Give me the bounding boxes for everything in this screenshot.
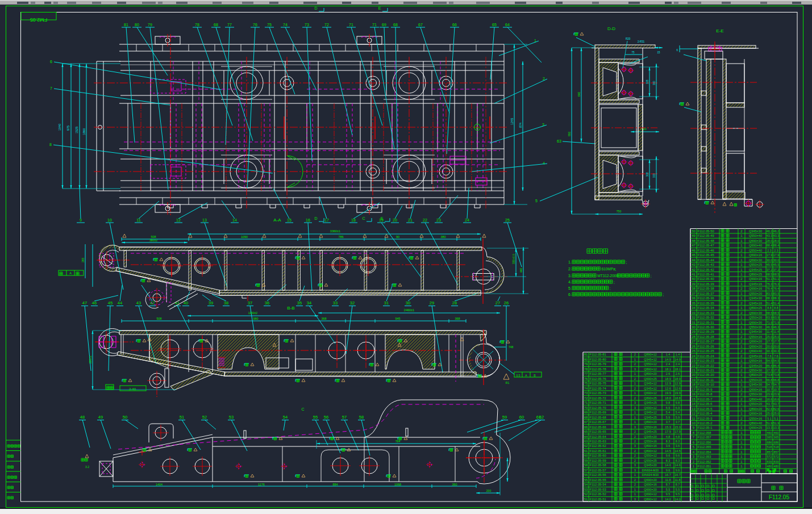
svg-text:365: 365: [767, 436, 772, 439]
svg-text:35: 35: [692, 302, 696, 305]
svg-text:5: 5: [535, 199, 538, 203]
svg-text:46: 46: [692, 249, 696, 252]
svg-text:F112.055: F112.055: [698, 445, 711, 449]
svg-text:72: 72: [324, 23, 329, 27]
svg-text:Q345×30: Q345×30: [749, 330, 762, 333]
svg-text:460: 460: [767, 431, 772, 434]
svg-text:480: 480: [767, 465, 772, 468]
svg-text:36: 36: [265, 300, 269, 306]
svg-text:1.: 1.: [568, 260, 572, 264]
svg-text:44: 44: [692, 258, 696, 262]
svg-text:30: 30: [692, 325, 696, 329]
svg-text:360: 360: [653, 81, 656, 85]
svg-text:3.6: 3.6: [666, 444, 671, 448]
svg-text:1.4: 1.4: [676, 353, 680, 356]
svg-text:27: 27: [692, 340, 696, 343]
svg-text:58: 58: [359, 415, 364, 420]
svg-text:22: 22: [692, 364, 696, 367]
svg-text:2.4: 2.4: [666, 362, 671, 366]
svg-text:81: 81: [124, 23, 128, 27]
svg-text:77: 77: [227, 23, 232, 27]
svg-text:71.9: 71.9: [767, 321, 773, 324]
svg-text:950: 950: [568, 131, 571, 136]
svg-text:368: 368: [321, 317, 326, 320]
svg-text:480: 480: [774, 465, 779, 468]
svg-text:75: 75: [584, 382, 588, 385]
svg-text:F112.05-55: F112.05-55: [590, 478, 606, 482]
svg-text:F112.05-42: F112.05-42: [698, 268, 714, 271]
svg-text:18.9: 18.9: [665, 377, 671, 381]
svg-text:Q345×25: Q345×25: [644, 430, 656, 433]
svg-text:17.9: 17.9: [767, 253, 773, 257]
svg-text:47: 47: [82, 300, 87, 306]
svg-text:F112.05-47: F112.05-47: [698, 244, 714, 247]
svg-text:19.9: 19.9: [674, 391, 681, 395]
svg-text:F112.05-64: F112.05-64: [590, 435, 607, 438]
svg-text:R1: R1: [506, 381, 510, 385]
svg-text:30.0: 30.0: [767, 258, 773, 262]
svg-text:62: 62: [584, 444, 588, 448]
svg-text:F112.05-11: F112.05-11: [698, 378, 714, 382]
svg-text:86.4: 86.4: [767, 364, 773, 367]
svg-text:5.4: 5.4: [666, 411, 671, 414]
svg-text:9.6: 9.6: [676, 454, 680, 457]
svg-text:Q550×16: Q550×16: [749, 417, 762, 420]
svg-text:;: ;: [651, 274, 652, 278]
svg-text:68: 68: [214, 23, 218, 27]
svg-text:Q345×20: Q345×20: [644, 463, 656, 467]
svg-text:F112.05-31: F112.05-31: [698, 321, 714, 324]
svg-text:857: 857: [767, 450, 772, 454]
svg-text:76.4: 76.4: [773, 287, 780, 290]
svg-text:1176: 1176: [258, 483, 265, 486]
svg-text:Q550×20: Q550×20: [749, 316, 762, 319]
svg-text:1068: 1068: [394, 483, 401, 486]
svg-text:14: 14: [692, 402, 696, 406]
svg-text:Q550×16: Q550×16: [749, 359, 762, 362]
svg-text:200: 200: [486, 489, 492, 492]
svg-text:460: 460: [774, 431, 779, 434]
svg-text:F112.05-79: F112.05-79: [590, 362, 606, 366]
svg-text:16.6: 16.6: [767, 398, 773, 401]
svg-text:857: 857: [774, 450, 779, 454]
svg-text:F112.05-36: F112.05-36: [698, 296, 714, 300]
svg-text:52: 52: [584, 492, 588, 496]
svg-text:F112.05-60: F112.05-60: [590, 454, 606, 457]
svg-text:Q690×40: Q690×40: [749, 244, 762, 247]
svg-text:F112.05-38: F112.05-38: [698, 287, 714, 290]
svg-text:7.6: 7.6: [767, 354, 772, 358]
svg-text:1090: 1090: [241, 235, 248, 239]
svg-text:19: 19: [692, 378, 696, 382]
svg-text:1404: 1404: [156, 483, 163, 486]
svg-text:31: 31: [384, 300, 389, 306]
svg-text:79: 79: [148, 23, 152, 27]
svg-text:88.4: 88.4: [773, 244, 780, 247]
svg-text:57: 57: [342, 415, 347, 420]
svg-text:17: 17: [692, 388, 696, 391]
svg-text:14.9: 14.9: [665, 358, 671, 361]
svg-text:16: 16: [306, 218, 310, 222]
svg-text:74: 74: [584, 387, 588, 390]
svg-text:10.7: 10.7: [767, 388, 773, 391]
svg-text:90: 90: [396, 235, 399, 239]
svg-text:F112.054: F112.054: [698, 450, 712, 454]
svg-text:4.8: 4.8: [666, 435, 671, 438]
svg-text:63: 63: [584, 440, 588, 443]
svg-text:1040: 1040: [58, 124, 61, 131]
svg-text:14: 14: [232, 218, 237, 222]
svg-text:F112.05-51: F112.05-51: [590, 498, 606, 501]
svg-text:F112.05-70: F112.05-70: [590, 406, 606, 409]
svg-text:1245: 1245: [510, 118, 514, 125]
svg-text:14.5: 14.5: [665, 449, 671, 453]
svg-text:14.0: 14.0: [674, 498, 681, 501]
svg-text:18.8: 18.8: [674, 396, 681, 400]
svg-text:5.5: 5.5: [666, 488, 671, 491]
svg-text:Q690×30: Q690×30: [749, 311, 762, 315]
svg-text:38: 38: [692, 287, 696, 290]
svg-text:3360±1: 3360±1: [330, 229, 340, 233]
svg-text:B-B: B-B: [287, 306, 294, 311]
svg-text:17.3: 17.3: [767, 369, 773, 372]
svg-text:52: 52: [202, 415, 207, 420]
svg-text:F112.05-46: F112.05-46: [698, 249, 714, 252]
svg-text:46.3: 46.3: [773, 325, 780, 329]
svg-text:E: E: [381, 216, 384, 220]
